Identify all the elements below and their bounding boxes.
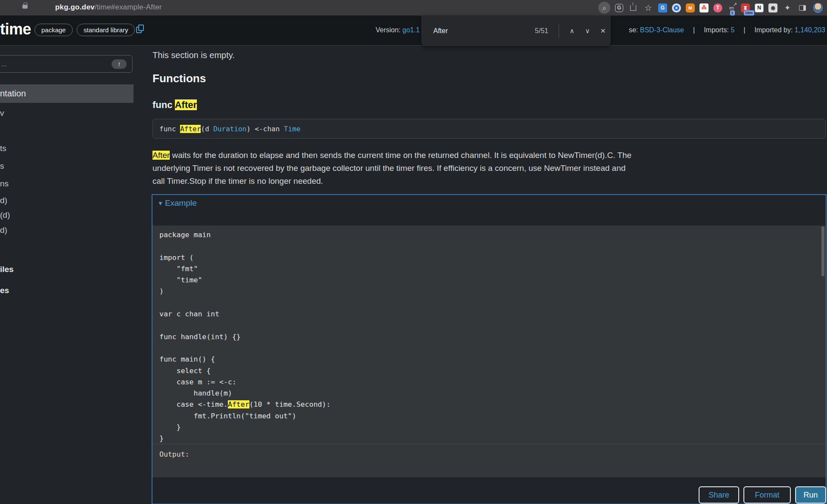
lock-icon xyxy=(22,5,28,9)
meta-divider: | xyxy=(743,26,745,34)
meta-divider: | xyxy=(693,26,695,34)
t-extension-icon[interactable]: T xyxy=(713,3,722,12)
code-line: case m := <-c: xyxy=(159,377,330,388)
url-path: /time#example-After xyxy=(95,3,162,11)
timer-extension-icon[interactable]: ⧗19m xyxy=(741,3,750,12)
site-header: time package standard library Version: g… xyxy=(0,15,827,46)
sidebar-item[interactable]: d) xyxy=(0,226,7,235)
copy-path-button[interactable] xyxy=(136,25,145,34)
sidebar-item-documentation[interactable]: ntation xyxy=(0,84,134,103)
notion-extension-icon[interactable]: N xyxy=(755,3,764,12)
version-link[interactable]: go1.1 xyxy=(402,26,420,34)
sidebar: ... f ntation vtssnsd)(d)d)ileses xyxy=(0,46,134,504)
imports-info: Imports: 5 xyxy=(704,26,734,34)
screen: pkg.go.dev/time#example-After ⌕ G ☆ G ᴍ … xyxy=(0,0,827,504)
imports-link[interactable]: 5 xyxy=(731,26,734,34)
extensions-puzzle-icon[interactable]: ✦ xyxy=(782,3,793,13)
translate-extension-icon[interactable]: G xyxy=(658,3,667,12)
chevron-down-icon: ▼ xyxy=(158,200,163,207)
profile-avatar[interactable] xyxy=(812,2,824,13)
en-extension-badge: 1 xyxy=(730,10,735,15)
doc-line: call Timer.Stop if the timer is no longe… xyxy=(152,175,674,188)
license-link[interactable]: BSD-3-Clause xyxy=(640,26,684,34)
function-doc-paragraph: After waits for the duration to elapse a… xyxy=(152,149,674,188)
find-close-button[interactable]: ✕ xyxy=(595,23,611,39)
sidebar-item[interactable]: es xyxy=(0,286,9,295)
sidebar-item[interactable]: ns xyxy=(0,179,9,189)
editor-scrollbar[interactable] xyxy=(821,226,824,276)
find-in-page-icon[interactable]: ⌕ xyxy=(598,2,610,14)
code-line: ) xyxy=(159,286,330,297)
example-toggle[interactable]: ▼ Example xyxy=(158,198,197,208)
code-editor[interactable]: package main import ( "fmt" "time") var … xyxy=(152,226,826,477)
run-button[interactable]: Run xyxy=(795,486,826,504)
functions-heading: Functions xyxy=(152,72,206,85)
find-next-button[interactable]: ∨ xyxy=(580,23,595,39)
code-line: case <-time.After(10 * time.Second): xyxy=(159,399,330,410)
header-meta: se: BSD-3-Clause | Imports: 5 | Imported… xyxy=(629,26,825,34)
sidebar-item[interactable]: (d) xyxy=(0,210,10,220)
badge-standard-library[interactable]: standard library xyxy=(77,24,135,36)
browser-chrome: pkg.go.dev/time#example-After ⌕ G ☆ G ᴍ … xyxy=(0,0,827,15)
code-line: select { xyxy=(159,365,330,377)
find-match-count: 5/51 xyxy=(535,27,548,35)
example-code[interactable]: package main import ( "fmt" "time") var … xyxy=(159,229,330,445)
code-line: package main xyxy=(159,229,330,241)
keyboard-shortcut-badge: f xyxy=(112,59,127,69)
timer-extension-badge: 19m xyxy=(744,10,754,15)
code-line xyxy=(159,343,330,354)
sidebar-toggle-icon[interactable] xyxy=(797,3,808,13)
translate-icon[interactable]: G xyxy=(615,4,623,12)
version-info: Version: go1.1 xyxy=(376,26,420,34)
browser-toolbar-icons: ⌕ G ☆ G ᴍ ⁂ T en↗1 ⧗19m N ◉ ✦ xyxy=(598,0,824,15)
code-line xyxy=(159,297,330,309)
output-label: Output: xyxy=(159,450,190,458)
share-button[interactable]: Share xyxy=(699,486,739,504)
example-toggle-label: Example xyxy=(165,198,197,208)
find-bar: After 5/51 ∧ ∨ ✕ xyxy=(421,15,611,46)
en-translate-extension-icon[interactable]: en↗1 xyxy=(727,3,736,12)
imported-by-link[interactable]: 1,140,203 xyxy=(795,26,825,34)
code-line xyxy=(159,320,330,331)
camera-extension-icon[interactable]: ◉ xyxy=(768,3,777,12)
doc-line: underlying Timer is not recovered by the… xyxy=(152,162,674,175)
empty-section-notice: This section is empty. xyxy=(152,50,235,60)
sidebar-search-input[interactable]: ... f xyxy=(0,55,133,73)
main-content: This section is empty. Functions func Af… xyxy=(152,46,827,504)
code-line: handle(m) xyxy=(159,388,330,399)
address-bar[interactable]: pkg.go.dev/time#example-After xyxy=(55,3,162,12)
sidebar-item[interactable]: iles xyxy=(0,265,14,274)
metamask-fox-icon[interactable]: ᴍ xyxy=(686,3,695,12)
function-declaration: func After(d Duration) <-chan Time xyxy=(152,119,826,139)
sidebar-item-label: ntation xyxy=(0,89,26,99)
find-divider xyxy=(559,24,559,38)
bookmark-star-icon[interactable]: ☆ xyxy=(643,3,653,13)
share-icon[interactable] xyxy=(628,3,638,13)
opera-extension-icon[interactable] xyxy=(672,3,681,12)
code-line: "time" xyxy=(159,275,330,286)
code-line: fmt.Println("timed out") xyxy=(159,411,330,422)
code-line: "fmt" xyxy=(159,263,330,275)
code-line: func main() { xyxy=(159,354,330,365)
code-line: } xyxy=(159,422,330,433)
package-title: time xyxy=(0,20,31,38)
output-divider xyxy=(152,444,826,444)
func-after-heading: func After xyxy=(152,99,197,111)
sidebar-item[interactable]: d) xyxy=(0,196,7,205)
doc-line: After waits for the duration to elapse a… xyxy=(152,149,674,162)
sidebar-item[interactable]: v xyxy=(0,108,4,118)
org-chart-extension-icon[interactable]: ⁂ xyxy=(700,3,709,12)
badge-package[interactable]: package xyxy=(34,24,73,36)
sidebar-search-placeholder: ... xyxy=(1,60,7,68)
code-line: import ( xyxy=(159,252,330,263)
code-line xyxy=(159,241,330,252)
sidebar-item[interactable]: ts xyxy=(0,144,6,153)
format-button[interactable]: Format xyxy=(743,486,791,504)
find-previous-button[interactable]: ∧ xyxy=(564,23,580,39)
sidebar-item[interactable]: s xyxy=(0,161,4,171)
imported-by-info: Imported by: 1,140,203 xyxy=(754,26,825,34)
url-host: pkg.go.dev xyxy=(55,3,95,11)
code-line: func handle(int) {} xyxy=(159,331,330,343)
find-input[interactable]: After xyxy=(433,27,448,35)
code-line: var c chan int xyxy=(159,309,330,320)
